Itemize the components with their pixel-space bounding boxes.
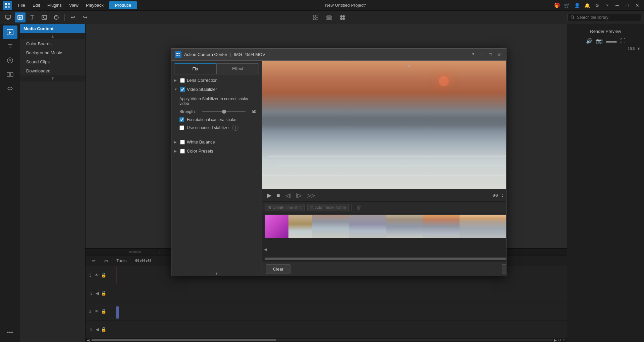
lens-correction-section[interactable]: ▶ Lens Correction — [171, 76, 262, 85]
step-forward-button[interactable]: |▷ — [295, 191, 303, 199]
play-button[interactable]: ▶ — [266, 191, 273, 199]
redo-button[interactable]: ↪ — [79, 12, 90, 22]
gift-icon[interactable]: 🎁 — [553, 1, 561, 9]
maximize-icon[interactable]: □ — [623, 1, 631, 9]
color-presets-checkbox[interactable] — [180, 149, 185, 154]
filmstrip-scrollbar[interactable] — [265, 257, 506, 261]
text-button[interactable] — [27, 12, 38, 22]
track-3-audio-lock[interactable]: 🔓 — [101, 291, 106, 296]
timeline-cut-button[interactable]: ✂ — [101, 256, 112, 266]
media-item-color-boards[interactable]: Color Boards — [20, 39, 85, 48]
wave-line-2 — [277, 165, 506, 166]
create-time-shift-button[interactable]: ⊞ Create time shift — [265, 204, 305, 211]
sidebar-item-effects[interactable] — [3, 54, 17, 67]
add-freeze-frame-button[interactable]: ⊡ Add freeze frame — [307, 204, 349, 211]
color-presets-section[interactable]: ▶ Color Presets — [171, 147, 262, 156]
media-item-downloaded[interactable]: Downloaded — [20, 66, 85, 75]
track-3-lock[interactable]: 🔓 — [101, 273, 106, 278]
menu-file[interactable]: File — [15, 1, 29, 9]
photo-button[interactable] — [39, 12, 50, 22]
render-fullscreen-icon[interactable]: ⛶ — [620, 38, 626, 44]
video-stabilizer-arrow: ▼ — [174, 88, 178, 91]
notification-icon[interactable]: 🔔 — [583, 1, 591, 9]
filmstrip-frame-pink — [265, 215, 288, 238]
help-icon[interactable]: ? — [603, 1, 611, 9]
step-back-button[interactable]: ◁| — [284, 191, 292, 199]
render-subtitles-icon[interactable]: ▬▬ — [606, 38, 617, 44]
dialog-minimize-button[interactable]: ─ — [478, 51, 485, 58]
menu-edit[interactable]: Edit — [29, 1, 43, 9]
track-2-visibility[interactable]: 👁 — [95, 309, 99, 314]
clear-button[interactable]: Clear — [266, 264, 290, 274]
sidebar-item-media[interactable] — [3, 25, 17, 39]
fix-rotation-checkbox[interactable] — [179, 117, 184, 122]
media-item-background-music[interactable]: Background Music — [20, 48, 85, 57]
track-2-lock[interactable]: 🔓 — [101, 309, 106, 314]
user-icon[interactable]: 👤 — [573, 1, 581, 9]
scroll-up-arrow[interactable]: ▲ — [20, 33, 85, 39]
tab-fix[interactable]: Fix — [174, 63, 217, 74]
timeline-edit-button[interactable]: ✏ — [88, 256, 99, 266]
menu-playback[interactable]: Playback — [83, 1, 107, 9]
sidebar-item-motion[interactable] — [3, 82, 17, 95]
fix-scroll-down[interactable]: ▼ — [171, 271, 262, 276]
close-icon[interactable]: ✕ — [633, 1, 641, 9]
svg-rect-10 — [313, 15, 315, 17]
menu-view[interactable]: View — [66, 1, 82, 9]
left-sidebar: ••• — [0, 24, 20, 342]
storyboard-view[interactable] — [310, 12, 321, 22]
track-2-audio-visibility[interactable]: ◀ — [96, 327, 99, 332]
track-3-audio-visibility[interactable]: ◀ — [96, 291, 99, 296]
stop-button[interactable]: ■ — [275, 192, 281, 199]
grid-view[interactable] — [337, 12, 348, 22]
settings-icon[interactable]: ⚙ — [593, 1, 601, 9]
app-logo — [3, 1, 12, 10]
dialog-body: Fix Effect ▶ Lens Correction ▼ — [171, 61, 506, 276]
strength-slider[interactable] — [202, 111, 246, 112]
import-button[interactable] — [3, 12, 13, 22]
cart-icon[interactable]: 🛒 — [563, 1, 571, 9]
enhanced-stabilizer-info[interactable]: i — [232, 125, 238, 131]
render-volume-icon[interactable]: 🔊 — [586, 38, 593, 44]
sidebar-item-transitions[interactable] — [3, 68, 17, 81]
dialog-tab-bar: Fix Effect — [174, 63, 259, 74]
library-search[interactable] — [568, 14, 641, 21]
search-input[interactable] — [577, 15, 638, 20]
ok-button[interactable]: OK — [502, 264, 506, 274]
minimize-icon[interactable]: ─ — [613, 1, 621, 9]
sidebar-item-more[interactable]: ••• — [3, 326, 17, 339]
scroll-down-arrow[interactable]: ▼ — [20, 75, 85, 81]
lens-correction-checkbox[interactable] — [180, 78, 185, 83]
sidebar-item-title[interactable] — [3, 40, 17, 53]
timeline-scroll-right[interactable]: ▶ — [554, 338, 557, 342]
audio-button[interactable] — [51, 12, 62, 22]
white-balance-checkbox[interactable] — [180, 140, 185, 145]
dialog-help-button[interactable]: ? — [469, 51, 477, 58]
media-item-sound-clips[interactable]: Sound Clips — [20, 57, 85, 66]
delete-clip-button[interactable]: 🗑 — [355, 203, 363, 212]
undo-button[interactable]: ↩ — [67, 12, 78, 22]
dialog-maximize-button[interactable]: □ — [487, 51, 494, 58]
track-3-visibility[interactable]: 👁 — [95, 273, 99, 278]
enhanced-stabilizer-checkbox[interactable] — [179, 125, 184, 130]
filmstrip-scroll-left[interactable]: ◀ — [262, 246, 269, 252]
track-3-audio-number: 3. — [90, 291, 94, 296]
produce-button[interactable]: Produce — [109, 1, 137, 9]
timeline-scrollbar-track[interactable] — [91, 339, 553, 341]
media-button[interactable] — [15, 12, 25, 22]
timeline-zoom-out[interactable]: ⊖ — [558, 338, 561, 342]
fast-forward-button[interactable]: ▷▷ — [306, 191, 316, 199]
fix-content-scroll[interactable]: ▶ Lens Correction ▼ Video Stabilizer — [171, 74, 262, 271]
render-camera-icon[interactable]: 📷 — [596, 38, 603, 44]
timeline-view[interactable] — [324, 12, 334, 22]
menu-plugins[interactable]: Plugins — [44, 1, 65, 9]
tab-effect[interactable]: Effect — [217, 63, 259, 74]
timeline-scroll-left[interactable]: ◀ — [87, 338, 90, 342]
dialog-close-button[interactable]: ✕ — [495, 51, 503, 58]
video-stabilizer-checkbox[interactable] — [180, 87, 185, 92]
timeline-zoom-in[interactable]: ⊕ — [562, 338, 566, 342]
video-stabilizer-section[interactable]: ▼ Video Stabilizer — [171, 85, 262, 94]
track-2-audio-lock[interactable]: 🔓 — [101, 327, 106, 332]
filmstrip-frame-beach — [288, 215, 312, 238]
white-balance-section[interactable]: ▶ White Balance — [171, 137, 262, 147]
